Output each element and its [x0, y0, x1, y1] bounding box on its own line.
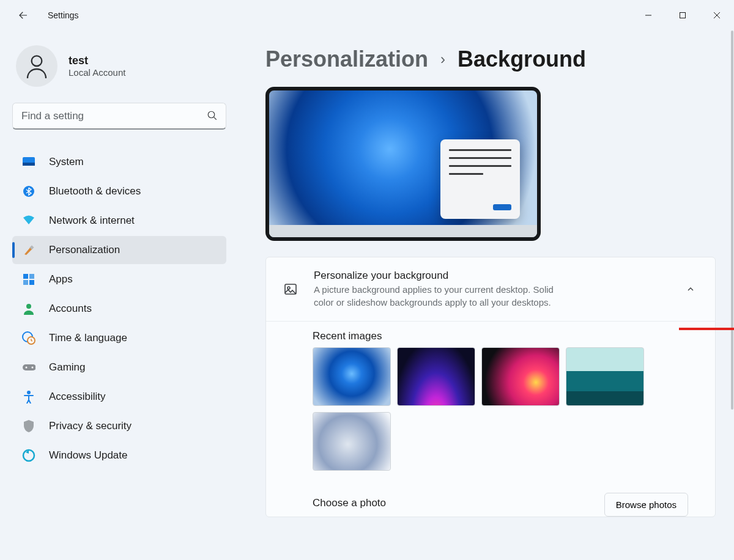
sidebar-item-label: System — [49, 156, 84, 168]
chevron-right-icon: › — [440, 51, 445, 68]
sidebar-item-privacy[interactable]: Privacy & security — [12, 412, 226, 440]
browse-photos-button[interactable]: Browse photos — [604, 493, 688, 517]
user-subtitle: Local Account — [69, 67, 125, 78]
recent-image-thumbnail[interactable] — [313, 347, 391, 406]
user-name: test — [69, 54, 125, 67]
recent-image-thumbnail[interactable] — [481, 347, 560, 406]
svg-point-18 — [27, 391, 31, 394]
page-title: Background — [458, 46, 586, 72]
recent-images-title: Recent images — [313, 330, 715, 342]
breadcrumb-parent[interactable]: Personalization — [265, 46, 428, 72]
app-title: Settings — [48, 10, 79, 20]
user-profile[interactable]: test Local Account — [12, 39, 226, 103]
settings-card: Personalize your background A picture ba… — [265, 257, 716, 517]
sidebar-nav: System Bluetooth & devices Network & int… — [12, 148, 226, 470]
apps-icon — [22, 273, 35, 286]
search-icon — [207, 110, 218, 121]
minimize-icon — [645, 12, 652, 19]
breadcrumb: Personalization › Background — [265, 46, 716, 72]
svg-rect-11 — [29, 280, 34, 285]
sidebar-item-label: Apps — [49, 273, 73, 286]
back-button[interactable] — [13, 6, 33, 25]
scrollbar-thumb[interactable] — [731, 31, 733, 410]
svg-point-2 — [32, 56, 42, 66]
svg-rect-10 — [23, 280, 28, 285]
svg-point-21 — [287, 287, 290, 289]
desktop-preview — [265, 87, 541, 241]
arrow-left-icon — [18, 10, 29, 21]
wifi-icon — [22, 214, 35, 227]
search-box[interactable] — [12, 103, 226, 130]
sidebar-item-gaming[interactable]: Gaming — [12, 353, 226, 381]
person-icon — [22, 302, 35, 315]
sidebar-item-label: Accessibility — [49, 391, 106, 403]
setting-title: Personalize your background — [314, 270, 667, 282]
title-bar: Settings — [0, 0, 734, 31]
sidebar-item-personalization[interactable]: Personalization — [12, 236, 226, 264]
svg-rect-5 — [23, 163, 35, 166]
sidebar-item-label: Accounts — [49, 303, 92, 315]
sidebar-item-time-language[interactable]: Time & language — [12, 324, 226, 352]
shield-icon — [22, 419, 35, 433]
maximize-icon — [679, 12, 686, 19]
chevron-up-icon[interactable] — [682, 284, 699, 294]
setting-description: A picture background applies to your cur… — [314, 283, 571, 309]
svg-point-12 — [26, 304, 31, 309]
sidebar-item-bluetooth[interactable]: Bluetooth & devices — [12, 177, 226, 205]
globe-clock-icon — [22, 331, 35, 345]
accessibility-icon — [22, 390, 35, 403]
svg-rect-1 — [680, 13, 686, 18]
sidebar-item-label: Windows Update — [49, 449, 128, 462]
sidebar: test Local Account System Bluetooth & de… — [0, 31, 239, 560]
sidebar-item-label: Privacy & security — [49, 420, 132, 432]
close-icon — [713, 12, 721, 19]
avatar — [16, 45, 57, 87]
search-input[interactable] — [12, 103, 226, 130]
recent-image-thumbnail[interactable] — [566, 347, 644, 406]
sidebar-item-label: Time & language — [49, 332, 127, 344]
main-panel: Personalization › Background Personalize… — [239, 31, 734, 560]
paintbrush-icon — [22, 243, 35, 257]
sidebar-item-network[interactable]: Network & internet — [12, 207, 226, 235]
choose-photo-row: Choose a photo Browse photos — [266, 471, 715, 517]
scrollbar[interactable] — [728, 31, 733, 560]
preview-window-mockup — [440, 139, 520, 219]
svg-point-16 — [26, 367, 28, 369]
svg-rect-9 — [29, 274, 34, 279]
choose-photo-title: Choose a photo — [313, 497, 590, 509]
person-icon — [24, 53, 49, 79]
maximize-button[interactable] — [665, 0, 700, 31]
sidebar-item-apps[interactable]: Apps — [12, 265, 226, 293]
sidebar-item-label: Gaming — [49, 361, 86, 374]
sidebar-item-label: Bluetooth & devices — [49, 185, 141, 197]
recent-image-thumbnail[interactable] — [313, 412, 391, 471]
picture-icon — [282, 282, 299, 297]
recent-images-section: Recent images — [266, 322, 715, 471]
system-icon — [22, 155, 35, 169]
window-controls — [631, 0, 734, 31]
sidebar-item-label: Personalization — [49, 244, 120, 256]
sidebar-item-accessibility[interactable]: Accessibility — [12, 383, 226, 411]
bluetooth-icon — [22, 185, 35, 198]
sidebar-item-accounts[interactable]: Accounts — [12, 295, 226, 323]
close-button[interactable] — [700, 0, 734, 31]
update-icon — [22, 449, 35, 462]
personalize-background-row[interactable]: Personalize your background A picture ba… — [266, 257, 715, 322]
sidebar-item-system[interactable]: System — [12, 148, 226, 176]
sidebar-item-label: Network & internet — [49, 215, 135, 227]
svg-rect-15 — [23, 364, 35, 370]
gamepad-icon — [22, 361, 35, 374]
recent-image-thumbnail[interactable] — [397, 347, 475, 406]
sidebar-item-windows-update[interactable]: Windows Update — [12, 441, 226, 470]
svg-point-17 — [32, 367, 34, 369]
svg-point-3 — [208, 111, 215, 118]
minimize-button[interactable] — [631, 0, 665, 31]
svg-rect-8 — [23, 274, 28, 279]
